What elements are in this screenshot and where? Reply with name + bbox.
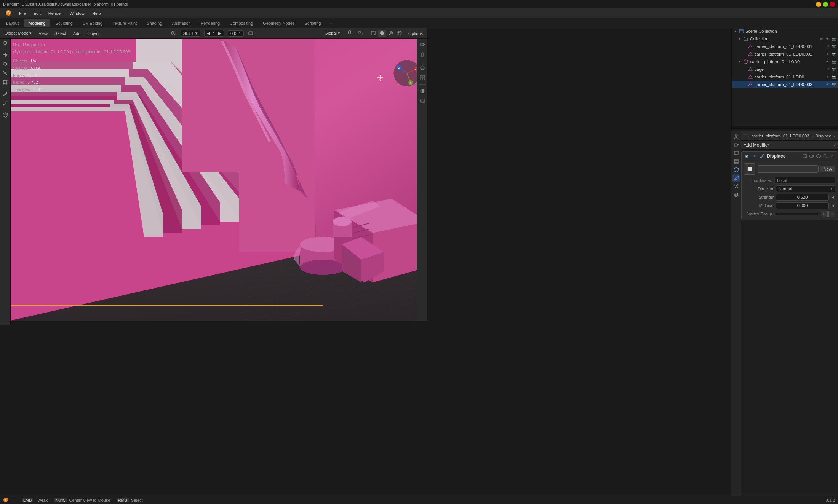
frame-next[interactable]: ▶ [218, 31, 221, 36]
proportional-edit-button[interactable] [168, 30, 178, 37]
shading-toggle-button[interactable] [418, 87, 427, 95]
material-shading-button[interactable] [387, 30, 395, 37]
prop-icon-view-layer[interactable] [732, 158, 740, 165]
tab-texture-paint[interactable]: Texture Paint [108, 19, 141, 27]
minimize-button[interactable] [816, 2, 821, 7]
reference-icon[interactable]: ⊕ [819, 36, 824, 41]
frame-prev[interactable]: ◀ [207, 31, 210, 36]
tab-layout[interactable]: Layout [2, 19, 23, 27]
add-modifier-collapse-icon[interactable]: ▾ [834, 143, 836, 147]
outliner-item-lod003[interactable]: carrier_platform_01_LOD0.003 👁 📷 [732, 81, 838, 88]
wireframe-shading-button[interactable] [369, 30, 377, 37]
modifier-render-icon[interactable] [809, 153, 815, 159]
add-cube-button[interactable] [1, 111, 10, 119]
modifier-cage-icon[interactable] [822, 153, 828, 159]
object-mode-dropdown[interactable]: Object Mode ▾ [2, 30, 34, 37]
transform-orientation-dropdown[interactable]: Global ▾ [322, 30, 342, 37]
select-menu[interactable]: Select [52, 30, 69, 37]
tab-modeling[interactable]: Modeling [24, 19, 50, 27]
value-display[interactable]: 0.001 [228, 30, 244, 37]
camera-icon-btn[interactable] [246, 30, 256, 37]
lod003-render-icon[interactable]: 📷 [831, 82, 836, 87]
tab-compositing[interactable]: Compositing [225, 19, 257, 27]
outliner-item-collection[interactable]: ▾ Collection ⊕ 👁 📷 [732, 35, 838, 43]
object-menu[interactable]: Object [85, 30, 102, 37]
prop-icon-render[interactable] [732, 141, 740, 148]
midlevel-adjust-icon[interactable]: ◀ [830, 204, 835, 207]
vertex-group-field[interactable] [774, 213, 819, 215]
tab-animation[interactable]: Animation [168, 19, 195, 27]
outliner-item-lod0-parent[interactable]: ▾ carrier_platform_01_LOD0 👁 📷 [732, 58, 838, 65]
collection-render-icon[interactable]: 📷 [831, 36, 836, 41]
vgroup-expand-icon[interactable]: ↔ [828, 211, 835, 217]
options-button[interactable]: Options [406, 30, 425, 37]
lod001-render-icon[interactable]: 📷 [831, 44, 836, 49]
maximize-button[interactable] [823, 2, 828, 7]
tab-scripting[interactable]: Scripting [300, 19, 325, 27]
tab-uv-editing[interactable]: UV Editing [78, 19, 107, 27]
modifier-realtime-icon[interactable] [802, 153, 808, 159]
new-texture-button[interactable]: New [820, 166, 835, 172]
frame-counter[interactable]: ◀ 1 ▶ [204, 30, 224, 37]
add-menu[interactable]: Add [71, 30, 83, 37]
prop-icon-output[interactable] [732, 149, 740, 157]
lod002-render-icon[interactable]: 📷 [831, 51, 836, 57]
lod0-parent-visibility-icon[interactable]: 👁 [825, 59, 830, 64]
direction-dropdown[interactable]: Normal ▾ [776, 185, 835, 192]
slot-selector[interactable]: Slot 1 ▾ [181, 30, 200, 37]
prop-icon-scene[interactable] [732, 132, 740, 140]
cage-render-icon[interactable]: 📷 [831, 67, 836, 72]
render-button[interactable] [418, 64, 427, 72]
outliner-item-lod001[interactable]: carrier_platform_01_LOD0.001 👁 📷 [732, 43, 838, 50]
midlevel-field[interactable]: 0.000 [776, 202, 829, 209]
texture-swatch[interactable]: ⬜ [744, 163, 755, 175]
vgroup-select-icon[interactable]: ⊞ [821, 211, 828, 217]
menu-window[interactable]: Window [67, 10, 88, 16]
viewport-3d[interactable]: X Y Z User Perspective (1) carrier_platf… [11, 39, 427, 321]
modifier-delete-icon[interactable]: ✕ [829, 153, 835, 159]
tab-sculpting[interactable]: Sculpting [51, 19, 77, 27]
menu-blender[interactable]: B [2, 9, 14, 18]
outliner-item-lod002[interactable]: carrier_platform_01_LOD0.002 👁 📷 [732, 50, 838, 58]
overlay-button[interactable] [355, 30, 365, 37]
lod0-child-render-icon[interactable]: 📷 [831, 74, 836, 80]
snap-button[interactable] [345, 30, 355, 37]
outliner-item-scene-collection[interactable]: ▾ Scene Collection [732, 27, 838, 35]
modifier-edit-mode-icon[interactable] [816, 153, 822, 159]
tab-shading[interactable]: Shading [142, 19, 166, 27]
cage-visibility-icon[interactable]: 👁 [825, 67, 830, 72]
transform-tool-button[interactable] [1, 78, 10, 86]
tab-geometry-nodes[interactable]: Geometry Nodes [258, 19, 299, 27]
texture-name-field[interactable] [758, 165, 819, 173]
solid-shading-button[interactable] [378, 30, 386, 37]
menu-edit[interactable]: Edit [30, 10, 44, 16]
modifier-name[interactable]: Displace [767, 153, 800, 159]
menu-file[interactable]: File [16, 10, 29, 16]
compositor-button[interactable] [418, 73, 427, 82]
collection-visibility-icon[interactable]: 👁 [825, 36, 830, 41]
annotate-tool-button[interactable] [1, 90, 10, 98]
prop-icon-modifier[interactable] [732, 174, 740, 182]
prop-icon-physics[interactable] [732, 191, 740, 199]
outliner-item-cage[interactable]: cage 👁 📷 [732, 65, 838, 73]
lod003-visibility-icon[interactable]: 👁 [825, 82, 830, 87]
cursor-tool-button[interactable] [1, 39, 10, 47]
strength-field[interactable]: 0.520 [776, 194, 829, 201]
xray-button[interactable] [418, 97, 427, 105]
lod002-visibility-icon[interactable]: 👁 [825, 51, 830, 57]
strength-adjust-icon[interactable]: ◀ [830, 195, 835, 199]
tab-rendering[interactable]: Rendering [196, 19, 224, 27]
measure-tool-button[interactable] [1, 99, 10, 107]
scale-tool-button[interactable] [1, 69, 10, 77]
menu-help[interactable]: Help [89, 10, 104, 16]
prop-icon-object[interactable] [732, 166, 740, 174]
lod001-visibility-icon[interactable]: 👁 [825, 44, 830, 49]
move-tool-button[interactable] [1, 51, 10, 59]
prop-icon-particles[interactable] [732, 183, 740, 190]
view-lock-button[interactable] [418, 50, 427, 59]
lod0-child-visibility-icon[interactable]: 👁 [825, 74, 830, 80]
rendered-shading-button[interactable] [395, 30, 404, 37]
view-camera-button[interactable] [418, 40, 427, 49]
modifier-expand-icon[interactable]: ▾ [752, 153, 758, 159]
rotate-tool-button[interactable] [1, 60, 10, 68]
